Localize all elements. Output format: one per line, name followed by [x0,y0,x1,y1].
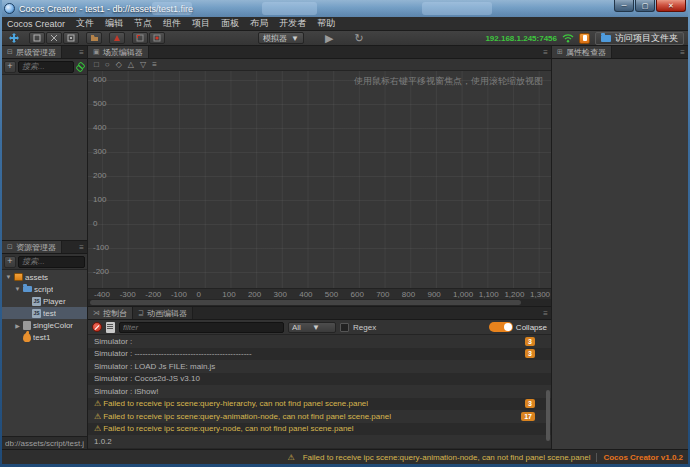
console-log-row[interactable]: ⚠Failed to receive ipc scene:query-node,… [88,423,551,436]
log-message: Failed to receive ipc scene:query-animat… [103,412,521,421]
minimize-button[interactable]: ─ [614,0,634,12]
select-move-tool-button[interactable] [6,32,22,44]
scrollbar-thumb[interactable] [90,300,521,305]
menu-item-6[interactable]: 面板 [221,17,239,30]
scene-menu-icon[interactable]: ≡ [540,46,551,58]
console-log-row[interactable]: Simulator : LOAD Js FILE: main.js [88,360,551,373]
menu-item-2[interactable]: 编辑 [105,17,123,30]
scene-gizmo-tool-icon-2[interactable]: ◇ [116,60,122,70]
regex-checkbox[interactable] [340,323,349,332]
ruler-y-label: 400 [93,123,106,132]
asset-tree-item-assets[interactable]: ▼assets [2,271,87,283]
tab-assets[interactable]: ⊡ 资源管理器 [2,241,62,253]
clear-console-button[interactable] [92,322,102,332]
anchor-corner-icon [136,34,144,42]
inspector-menu-icon[interactable]: ≡ [677,46,688,58]
simulator-device-icon[interactable] [579,33,590,44]
ruler-x-label: 800 [402,290,415,299]
console-log-row[interactable]: Simulator : ----------------------------… [88,348,551,361]
wifi-icon [562,33,574,43]
hierarchy-menu-icon[interactable]: ≡ [76,46,87,58]
console-vertical-scrollbar[interactable] [545,335,550,449]
hierarchy-toolbar: + [2,59,87,75]
menu-item-4[interactable]: 组件 [163,17,181,30]
assets-toolbar: + [2,254,87,270]
assets-menu-icon[interactable]: ≡ [76,241,87,253]
asset-tree-item-player[interactable]: JSPlayer [2,295,87,307]
menu-item-8[interactable]: 开发者 [279,17,306,30]
log-count-badge: 3 [525,337,535,346]
asset-tree-item-test1[interactable]: test1 [2,331,87,343]
tab-hierarchy[interactable]: ⊟ 层级管理器 [2,46,62,58]
maximize-button[interactable]: ▢ [635,0,655,12]
hierarchy-panel: ⊟ 层级管理器 ≡ + [2,46,87,241]
rotate-tool-button[interactable] [46,32,62,44]
move-tool-button[interactable] [29,32,45,44]
tab-scene-editor[interactable]: ▣ 场景编辑器 [88,46,149,58]
console-log-row[interactable]: Simulator : iShow! [88,385,551,398]
tab-console[interactable]: ⋊ 控制台 [88,307,133,319]
scale-tool-button[interactable] [63,32,79,44]
open-project-folder-button[interactable]: 访问项目文件夹 [595,32,684,45]
run-target-dropdown[interactable]: 模拟器 ▼ [258,32,304,44]
tab-inspector[interactable]: ⊞ 属性检查器 [552,46,612,58]
refresh-button[interactable]: ↻ [354,33,363,43]
assets-search-input[interactable] [18,256,85,268]
assets-tab-icon: ⊡ [7,243,13,251]
open-log-file-icon[interactable] [106,322,115,333]
chevron-down-icon[interactable]: ▼ [14,286,21,292]
file-icon [23,321,31,330]
assets-footer: db://assets/script/test.js [2,436,87,449]
menu-item-5[interactable]: 项目 [192,17,210,30]
log-level-dropdown[interactable]: All ▼ [288,322,336,333]
menu-item-9[interactable]: 帮助 [317,17,335,30]
ruler-x-label: -300 [120,290,136,299]
chevron-down-icon[interactable]: ▼ [5,274,12,280]
ruler-x-label: 1,200 [504,290,524,299]
scene-canvas[interactable]: 使用鼠标右键平移视窗焦点，使用滚轮缩放视图 600500400300200100… [88,71,551,288]
collapse-toggle[interactable] [489,322,513,332]
console-log-row[interactable]: ⚠Failed to receive ipc scene:query-hiera… [88,398,551,411]
ruler-x-label: -200 [145,290,161,299]
hierarchy-tree-body[interactable] [2,75,87,240]
console-log-row[interactable]: ⚠Failed to receive ipc scene:query-anima… [88,410,551,423]
ruler-x-label: 1,300 [530,290,550,299]
hierarchy-search-input[interactable] [18,61,74,73]
anchor-center-button[interactable] [149,32,165,44]
scene-gizmo-tool-icon-3[interactable]: △ [128,60,134,70]
create-asset-button[interactable]: + [4,256,16,268]
create-node-button[interactable]: + [4,61,16,73]
menu-item-0[interactable]: Cocos Creator [7,19,65,29]
play-button[interactable]: ▶ [325,33,333,43]
scene-gizmo-tool-icon-5[interactable]: ≡ [152,60,157,70]
chevron-right-icon[interactable]: ▶ [14,322,21,329]
main-area: ⊟ 层级管理器 ≡ + ⊡ 资源管理器 [2,46,688,449]
asset-tree-item-script[interactable]: ▼script [2,283,87,295]
regex-label: Regex [353,323,376,332]
console-log-list: Simulator :3Simulator : ----------------… [88,335,551,449]
asset-tree-item-test[interactable]: JStest [2,307,87,319]
tab-animation-editor[interactable]: ⊒ 动画编辑器 [133,307,193,319]
scrollbar-thumb[interactable] [546,390,550,441]
scene-gizmo-tool-icon-4[interactable]: ▽ [140,60,146,70]
console-filter-input[interactable] [119,322,284,333]
console-log-row[interactable]: Simulator :3 [88,335,551,348]
menu-item-1[interactable]: 文件 [76,17,94,30]
titlebar-glass-decoration [152,2,192,15]
ruler-x-label: 1,100 [479,290,499,299]
console-menu-icon[interactable]: ≡ [540,307,551,319]
ruler-x-label: 0 [197,290,201,299]
scene-horizontal-scrollbar[interactable] [88,299,551,306]
open-scene-button[interactable] [86,32,102,44]
scene-gizmo-tool-icon-1[interactable]: ○ [105,60,110,70]
console-log-row[interactable]: Simulator : Cocos2d-JS v3.10 [88,373,551,386]
asset-tree-item-singlecolor[interactable]: ▶singleColor [2,319,87,331]
anchor-corner-button[interactable] [132,32,148,44]
console-log-row[interactable]: 1.0.2 [88,435,551,448]
scene-gizmo-tool-icon-0[interactable]: □ [94,60,99,70]
scene-panel-header: ▣ 场景编辑器 ≡ [88,46,551,59]
close-button[interactable]: ✕ [656,0,686,12]
menu-item-3[interactable]: 节点 [134,17,152,30]
menu-item-7[interactable]: 布局 [250,17,268,30]
pivot-mode-button[interactable] [109,32,125,44]
